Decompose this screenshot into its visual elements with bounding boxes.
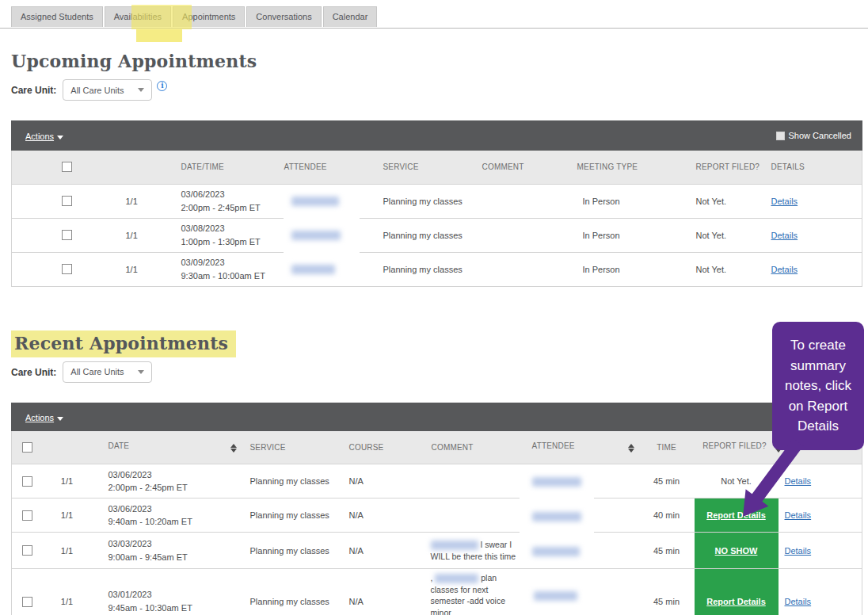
sort-icon[interactable] — [230, 444, 237, 453]
appointment-row: 1/1 03/01/20239:45am - 10:30am ET Planni… — [12, 569, 862, 615]
course-cell: N/A — [346, 533, 428, 569]
recent-actions-bar: Actions — [11, 403, 862, 431]
comment-cell — [479, 184, 574, 218]
details-link[interactable]: Details — [785, 476, 812, 486]
course-cell: N/A — [346, 464, 428, 498]
actions-menu[interactable]: Actions — [25, 413, 54, 422]
chevron-down-icon — [57, 417, 63, 421]
annotation-callout: To create summary notes, click on Report… — [772, 322, 864, 450]
show-cancelled-checkbox[interactable] — [776, 132, 785, 140]
actions-menu[interactable]: Actions — [25, 132, 54, 141]
comment-cell — [479, 252, 574, 286]
sort-icon[interactable] — [628, 444, 634, 453]
details-link[interactable]: Details — [785, 510, 812, 520]
details-link[interactable]: Details — [771, 265, 798, 274]
col-attendee: ATTENDEE — [523, 431, 639, 464]
show-cancelled-label: Show Cancelled — [789, 131, 852, 140]
chevron-down-icon — [57, 136, 63, 139]
redaction-overlay — [520, 464, 594, 566]
select-all-checkbox[interactable] — [22, 442, 32, 453]
comment-cell — [428, 498, 523, 533]
appointment-time: 2:00pm - 2:45pm ET — [181, 201, 281, 215]
col-report-filed: REPORT FILED? — [695, 431, 779, 464]
row-checkbox[interactable] — [62, 264, 72, 274]
table-header-row: DATE SERVICE COURSE COMMENT ATTENDEE TIM… — [12, 431, 862, 464]
appointment-row: 1/1 03/09/20239:30am - 10:00am ET Planni… — [12, 252, 862, 286]
tab-assigned-students[interactable]: Assigned Students — [11, 6, 103, 27]
row-checkbox[interactable] — [22, 545, 32, 556]
attendee-ratio: 1/1 — [44, 569, 91, 615]
appointment-time: 9:45am - 10:30am ET — [108, 602, 242, 615]
redaction-overlay — [284, 185, 360, 286]
course-cell: N/A — [346, 569, 428, 615]
report-filed-cell: Not Yet. — [695, 464, 779, 498]
appointment-row: 1/1 03/06/20232:00pm - 2:45pm ET Plannin… — [12, 464, 862, 498]
attendee-ratio: 1/1 — [123, 218, 178, 252]
comment-cell: I swear I WILL be there this time — [428, 533, 523, 569]
col-course: COURSE — [346, 431, 428, 464]
recent-appointments-title: Recent Appointments — [11, 330, 236, 357]
row-checkbox[interactable] — [22, 597, 32, 607]
table-header-row: DATE/TIME ATTENDEE SERVICE COMMENT MEETI… — [12, 151, 862, 184]
care-unit-select[interactable]: All Care Units — [63, 79, 152, 101]
report-filed-cell: Not Yet. — [693, 218, 768, 252]
service-cell: Planning my classes — [242, 533, 346, 569]
service-cell: Planning my classes — [242, 569, 346, 615]
col-service: SERVICE — [380, 151, 479, 184]
redacted-text — [435, 574, 478, 583]
comment-cell: , plan classes for next semester -add vo… — [428, 569, 523, 615]
no-show-button[interactable]: NO SHOW — [715, 546, 758, 556]
details-link[interactable]: Details — [771, 231, 798, 240]
course-cell: N/A — [346, 498, 428, 533]
chevron-down-icon — [138, 88, 144, 92]
comment-cell — [479, 218, 574, 252]
attendee-ratio: 1/1 — [44, 464, 91, 498]
attendee-ratio: 1/1 — [44, 498, 91, 533]
col-attendee: ATTENDEE — [281, 151, 380, 184]
info-icon[interactable]: i — [157, 81, 167, 91]
tab-bar: Assigned Students Availabilities Appoint… — [0, 0, 868, 29]
report-details-button[interactable]: Report Details — [706, 510, 766, 520]
col-date: DATE — [91, 431, 242, 464]
appointment-row: 1/1 03/03/20239:00am - 9:45am ET Plannin… — [12, 533, 862, 569]
appointments-page: Assigned Students Availabilities Appoint… — [0, 0, 868, 615]
appointment-row: 1/1 03/06/20232:00pm - 2:45pm ET Plannin… — [12, 184, 862, 218]
row-checkbox[interactable] — [22, 510, 32, 521]
col-details: DETAILS — [768, 151, 862, 184]
select-all-checkbox[interactable] — [62, 162, 72, 172]
row-checkbox[interactable] — [22, 476, 32, 487]
details-link[interactable]: Details — [785, 597, 812, 606]
appointment-time: 9:30am - 10:00am ET — [181, 269, 281, 283]
time-cell: 45 min — [639, 569, 695, 615]
col-meeting-type: MEETING TYPE — [574, 151, 693, 184]
appointment-date: 03/06/2023 — [181, 188, 281, 201]
row-checkbox[interactable] — [62, 230, 72, 240]
appointment-time: 9:00am - 9:45am ET — [108, 551, 242, 564]
service-cell: Planning my classes — [380, 218, 479, 252]
col-time: TIME — [639, 431, 695, 464]
col-comment: COMMENT — [479, 151, 574, 184]
appointment-date: 03/01/2023 — [108, 588, 242, 602]
care-unit-select[interactable]: All Care Units — [63, 361, 152, 383]
appointment-date: 03/06/2023 — [108, 468, 242, 482]
details-link[interactable]: Details — [771, 197, 798, 206]
redaction-overlay — [526, 586, 589, 607]
row-checkbox[interactable] — [62, 196, 72, 206]
service-cell: Planning my classes — [380, 252, 479, 286]
meeting-type-cell: In Person — [574, 252, 693, 286]
meeting-type-cell: In Person — [574, 184, 693, 218]
appointment-time: 2:00pm - 2:45pm ET — [108, 481, 242, 495]
appointment-time: 1:00pm - 1:30pm ET — [181, 235, 281, 249]
tab-conversations[interactable]: Conversations — [246, 6, 321, 27]
callout-text: To create summary notes, click on Report… — [777, 335, 859, 437]
upcoming-appointments-table: Actions Show Cancelled DATE/TIME ATTENDE… — [11, 120, 862, 287]
report-details-button[interactable]: Report Details — [706, 597, 766, 606]
redacted-text — [431, 541, 478, 550]
time-cell: 45 min — [639, 533, 695, 569]
tab-calendar[interactable]: Calendar — [323, 6, 378, 27]
details-link[interactable]: Details — [785, 546, 812, 556]
tab-availabilities[interactable]: Availabilities — [105, 6, 171, 27]
attendee-ratio: 1/1 — [123, 184, 178, 218]
service-cell: Planning my classes — [242, 464, 346, 498]
tab-appointments[interactable]: Appointments — [173, 6, 245, 27]
